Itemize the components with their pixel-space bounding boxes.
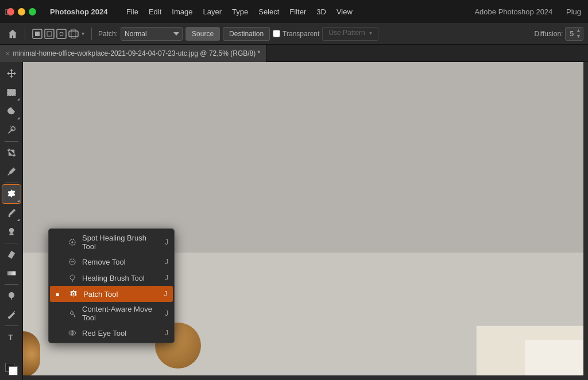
divider-2 xyxy=(91,28,92,40)
app-name: Photoshop 2024 xyxy=(50,7,107,16)
ctx-patch-tool[interactable]: ■ Patch Tool J xyxy=(50,286,173,302)
expand-arrow: ▾ xyxy=(82,30,84,37)
horizontal-scrollbar[interactable] xyxy=(23,375,588,380)
tool-crop[interactable] xyxy=(2,144,21,162)
svg-rect-3 xyxy=(47,32,52,36)
background-color[interactable] xyxy=(9,366,18,375)
svg-point-27 xyxy=(72,332,73,334)
menu-layer[interactable]: Layer xyxy=(203,7,222,16)
transparent-label: Transparent xyxy=(283,30,319,38)
ctx-red-eye[interactable]: Red Eye Tool J xyxy=(49,325,174,341)
ctx-check-patch: ■ xyxy=(56,291,64,297)
titlebar-right-label: Adobe Photoshop 2024 Plug xyxy=(474,7,581,16)
menu-edit[interactable]: Edit xyxy=(149,7,161,16)
document-tab[interactable]: × minimal-home-office-workplace-2021-09-… xyxy=(0,45,266,62)
tool-move[interactable] xyxy=(2,64,21,83)
tab-close-button[interactable]: × xyxy=(6,50,9,57)
cork-coaster-edge xyxy=(23,331,40,377)
desk-item-inner xyxy=(525,340,588,380)
diffusion-down-arrow[interactable]: ▼ xyxy=(576,34,581,39)
diffusion-up-arrow[interactable]: ▲ xyxy=(576,28,581,33)
svg-point-18 xyxy=(9,293,14,298)
tool-mode-icon-3 xyxy=(56,29,67,39)
diffusion-control[interactable]: 5 ▲ ▼ xyxy=(565,27,583,41)
tool-magic-wand[interactable] xyxy=(2,121,21,139)
tool-eraser[interactable] xyxy=(2,245,21,263)
ctx-remove[interactable]: Remove Tool J xyxy=(49,254,174,270)
menu-type[interactable]: Type xyxy=(232,7,248,16)
left-toolbar: T xyxy=(0,62,23,380)
transparent-checkbox[interactable] xyxy=(273,30,280,37)
menu-file[interactable]: File xyxy=(126,7,138,16)
healing-brush-icon xyxy=(67,273,78,283)
canvas-area[interactable]: Spot Healing Brush Tool J Remove Tool J … xyxy=(23,62,588,380)
tool-brush[interactable] xyxy=(2,204,21,222)
tool-dodge[interactable] xyxy=(2,286,21,305)
diffusion-value: 5 xyxy=(567,30,576,38)
desk-item-area xyxy=(473,323,588,380)
separator-4 xyxy=(5,284,18,285)
svg-point-5 xyxy=(60,32,63,36)
patch-dropdown[interactable]: Normal Content-Aware xyxy=(121,27,183,41)
svg-rect-2 xyxy=(45,29,54,38)
ctx-redeye-label: Red Eye Tool xyxy=(82,329,160,338)
ctx-spot-healing[interactable]: Spot Healing Brush Tool J xyxy=(49,231,174,254)
home-button[interactable] xyxy=(5,26,21,42)
ctx-content-aware-move[interactable]: Content-Aware Move Tool J xyxy=(49,302,174,325)
tool-healing[interactable] xyxy=(2,185,21,203)
patch-tool-icon xyxy=(68,289,79,299)
svg-point-10 xyxy=(11,127,15,131)
tool-marquee[interactable] xyxy=(2,83,21,102)
ctx-patch-tool-label: Patch Tool xyxy=(83,290,159,298)
tool-lasso[interactable] xyxy=(2,102,21,121)
red-eye-icon xyxy=(67,328,78,338)
ctx-cam-label: Content-Aware Move Tool xyxy=(82,305,160,322)
tool-eyedropper[interactable] xyxy=(2,162,21,181)
svg-rect-8 xyxy=(7,90,15,96)
diffusion-arrows[interactable]: ▲ ▼ xyxy=(576,28,581,39)
spot-healing-icon xyxy=(67,237,78,247)
minimize-button[interactable] xyxy=(18,8,25,15)
svg-point-13 xyxy=(8,215,10,218)
separator-5 xyxy=(5,325,18,326)
menu-select[interactable]: Select xyxy=(258,7,279,16)
tool-stamp[interactable] xyxy=(2,223,21,241)
svg-rect-17 xyxy=(7,271,15,275)
menu-image[interactable]: Image xyxy=(172,7,192,16)
divider-1 xyxy=(25,28,25,40)
ctx-patch-tool-shortcut: J xyxy=(164,290,167,298)
source-button[interactable]: Source xyxy=(185,27,220,41)
tool-pen[interactable] xyxy=(2,305,21,324)
svg-rect-6 xyxy=(69,31,78,37)
svg-point-14 xyxy=(9,228,13,232)
menu-bar: File Edit Image Layer Type Select Filter… xyxy=(126,7,353,16)
ctx-remove-shortcut: J xyxy=(165,258,168,266)
menu-filter[interactable]: Filter xyxy=(289,7,306,16)
main-area: T xyxy=(0,62,588,380)
canvas-upper xyxy=(23,62,588,253)
ctx-spot-healing-shortcut: J xyxy=(165,238,168,246)
menu-view[interactable]: View xyxy=(336,7,353,16)
tool-text[interactable]: T xyxy=(2,328,21,346)
tabs-bar: × minimal-home-office-workplace-2021-09-… xyxy=(0,45,588,62)
maximize-button[interactable] xyxy=(29,8,36,15)
svg-line-12 xyxy=(12,126,13,126)
svg-rect-15 xyxy=(10,232,13,234)
ctx-spot-healing-label: Spot Healing Brush Tool xyxy=(82,234,160,251)
svg-line-9 xyxy=(8,129,12,133)
svg-text:T: T xyxy=(8,334,13,342)
document-tab-filename: minimal-home-office-workplace-2021-09-24… xyxy=(13,49,260,57)
separator-1 xyxy=(5,141,18,142)
title-bar:  Photoshop 2024 File Edit Image Layer T… xyxy=(0,0,588,23)
tool-mode-icon-2 xyxy=(44,29,55,39)
healing-icon xyxy=(6,189,17,199)
destination-button[interactable]: Destination xyxy=(223,27,270,41)
apple-icon:  xyxy=(5,7,8,17)
vertical-scrollbar[interactable] xyxy=(583,62,588,380)
ctx-healing-brush-shortcut: J xyxy=(165,274,168,282)
menu-3d[interactable]: 3D xyxy=(316,7,326,16)
use-pattern-disabled: Use Pattern ▾ xyxy=(322,27,378,41)
ctx-healing-brush[interactable]: Healing Brush Tool J xyxy=(49,270,174,286)
tool-gradient[interactable] xyxy=(2,264,21,282)
traffic-lights xyxy=(7,8,36,15)
